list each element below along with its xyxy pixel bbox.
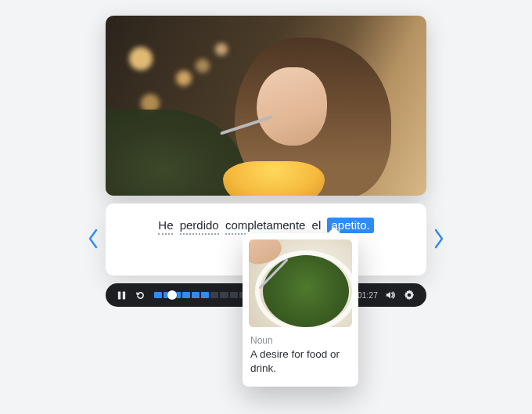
settings-button[interactable] [400,290,419,301]
svg-rect-1 [122,291,124,299]
caption-word[interactable]: perdido [180,218,219,235]
svg-rect-0 [117,291,120,299]
caption-word[interactable]: He [158,218,173,235]
caption-word[interactable]: el [312,218,322,235]
video-still [106,16,426,196]
restart-button[interactable] [131,290,149,301]
prev-caption-button[interactable] [86,227,100,250]
progress-segment[interactable] [230,292,238,298]
progress-segment[interactable] [210,292,218,298]
popover-image [249,239,352,327]
next-caption-button[interactable] [432,227,446,250]
caption-sentence: He perdido completamente el apetito. [156,218,375,235]
part-of-speech: Noun [250,335,350,346]
progress-segment[interactable] [201,292,209,298]
definition: A desire for food or drink. [250,347,350,376]
caption-word[interactable]: completamente [225,218,306,235]
popover-arrow [327,227,341,234]
playhead[interactable] [167,290,177,300]
progress-segment[interactable] [192,292,200,298]
pause-button[interactable] [112,290,131,301]
volume-button[interactable] [381,290,400,301]
progress-segment[interactable] [182,292,190,298]
progress-segment[interactable] [154,292,162,298]
progress-segment[interactable] [220,292,228,298]
word-popover: Noun A desire for food or drink. [243,233,358,387]
total-time: 01:27 [358,291,378,300]
lesson-video[interactable] [106,16,426,196]
